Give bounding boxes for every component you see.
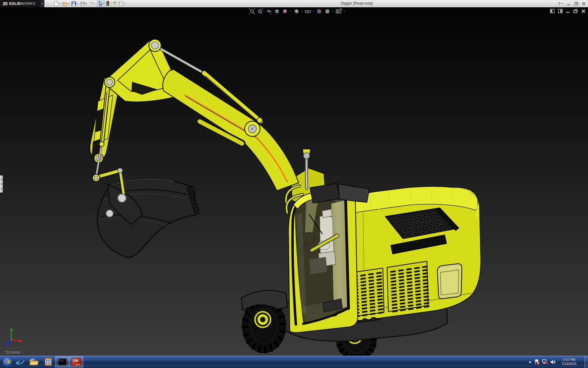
- dropdown-arrow-icon[interactable]: ▾: [332, 10, 334, 13]
- taskbar-internet-explorer[interactable]: e: [13, 356, 27, 368]
- apply-scene-button[interactable]: [323, 8, 331, 14]
- section-view-button[interactable]: [273, 8, 281, 14]
- printer-icon: [80, 1, 85, 6]
- collapse-arrow-icon: [1, 183, 2, 185]
- dropdown-arrow-icon[interactable]: ▾: [289, 10, 292, 13]
- close-button[interactable]: [582, 2, 586, 6]
- view-orientation-button[interactable]: [281, 8, 289, 14]
- dropdown-arrow-icon[interactable]: ▾: [562, 2, 563, 5]
- save-button[interactable]: ▾: [71, 1, 79, 7]
- dropdown-arrow-icon[interactable]: ▾: [312, 10, 315, 13]
- dropdown-arrow-icon[interactable]: ▾: [86, 2, 87, 5]
- options-checklist-icon: [118, 1, 123, 6]
- system-tray: 3:57 PM 7/13/2015: [528, 356, 580, 368]
- feature-tree-splitter-tab[interactable]: [0, 175, 3, 193]
- display-style-button[interactable]: [292, 8, 300, 14]
- solidworks-logo: 3S SOLIDWORKS: [0, 0, 40, 7]
- collapse-arrow-icon: [1, 178, 2, 180]
- collapse-arrow-icon: [1, 188, 2, 190]
- clock-date: 7/13/2015: [558, 362, 580, 366]
- new-document-button[interactable]: ▾: [53, 1, 61, 7]
- options-button[interactable]: ▾: [118, 1, 126, 7]
- solidworks-wordmark: SOLIDWORKS: [9, 2, 35, 6]
- collapse-pane-left-icon[interactable]: [550, 9, 555, 13]
- zoom-to-area-button[interactable]: [256, 8, 264, 14]
- dropdown-arrow-icon[interactable]: ▾: [343, 10, 346, 13]
- taskbar-solidworks-2015[interactable]: SW 2015: [69, 356, 83, 367]
- title-bar: 3S SOLIDWORKS ▸ ▾ ▾ ▾ ▾ ▾ ▾: [0, 0, 588, 7]
- view-settings-button[interactable]: [335, 8, 343, 14]
- undo-icon: [89, 1, 94, 6]
- graphics-viewport[interactable]: [0, 7, 588, 356]
- menu-flyout-arrow[interactable]: ▸: [40, 0, 44, 7]
- app-window-controls: ?▾: [558, 0, 586, 7]
- zoom-to-fit-button[interactable]: [248, 8, 256, 14]
- dropdown-arrow-icon[interactable]: ▾: [124, 2, 125, 5]
- minimize-document-button[interactable]: [566, 9, 570, 13]
- solidworks-2015-icon: SW 2015: [72, 358, 81, 366]
- file-properties-button[interactable]: [111, 1, 117, 7]
- action-center-icon[interactable]: [534, 359, 540, 365]
- edit-appearance-button[interactable]: [315, 8, 323, 14]
- start-button[interactable]: [2, 357, 13, 367]
- close-document-button[interactable]: [581, 9, 586, 13]
- show-desktop-button[interactable]: [584, 356, 588, 368]
- save-floppy-icon: [71, 1, 76, 6]
- show-hidden-icons-button[interactable]: [528, 360, 532, 363]
- svg-text:e: e: [17, 358, 20, 366]
- standard-toolbar: ▾ ▾ ▾ ▾ ▾ ▾ ▾: [53, 1, 126, 7]
- dropdown-arrow-icon[interactable]: ▾: [95, 2, 96, 5]
- folder-icon: [29, 358, 39, 366]
- internet-explorer-icon: e: [15, 358, 24, 366]
- open-document-button[interactable]: ▾: [62, 1, 70, 7]
- dropdown-arrow-icon[interactable]: ▾: [103, 2, 104, 5]
- volume-icon[interactable]: [550, 359, 556, 365]
- restore-document-button[interactable]: [573, 9, 578, 13]
- help-button[interactable]: ?▾: [558, 2, 563, 6]
- hide-show-items-button[interactable]: [304, 8, 312, 14]
- windows-flag-icon: [5, 359, 11, 365]
- clock-time: 3:57 PM: [558, 358, 580, 362]
- dropdown-arrow-icon[interactable]: ▾: [69, 2, 70, 5]
- rebuild-button[interactable]: [106, 1, 110, 7]
- reference-triad: [2, 326, 29, 350]
- dropdown-arrow-icon[interactable]: ▾: [59, 2, 61, 5]
- open-folder-icon: [62, 1, 68, 6]
- media-player-icon: [44, 358, 52, 366]
- dropdown-arrow-icon[interactable]: ▾: [77, 2, 78, 5]
- window-title: Digger [Read-only]: [341, 1, 373, 6]
- undo-button[interactable]: ▾: [88, 1, 96, 7]
- traffic-light-icon: [106, 1, 109, 6]
- heads-up-view-toolbar: ▾ ▾ ▾ ▾ ▾: [248, 8, 346, 14]
- 3ds-logo-glyph: 3S: [2, 1, 7, 6]
- windows-taskbar: e C:\_ SW 2015: [0, 356, 588, 368]
- taskbar-windows-explorer[interactable]: [27, 356, 41, 368]
- note-pencil-icon: [111, 1, 116, 6]
- taskbar-clock[interactable]: 3:57 PM 7/13/2015: [558, 358, 580, 366]
- taskbar-media-player[interactable]: [41, 356, 55, 368]
- new-document-icon: [54, 1, 59, 6]
- command-prompt-icon: C:\_: [58, 358, 66, 365]
- minimize-button[interactable]: [567, 2, 571, 6]
- document-window-controls: [550, 9, 586, 13]
- select-tool-button[interactable]: ▾: [97, 1, 105, 7]
- select-cursor-icon: [98, 1, 103, 6]
- previous-view-button[interactable]: [265, 8, 273, 14]
- view-orientation-label: *Dimetric: [5, 350, 21, 355]
- taskbar-command-prompt[interactable]: C:\_: [55, 356, 69, 367]
- network-status-icon[interactable]: [542, 359, 548, 365]
- restore-button[interactable]: [574, 2, 578, 6]
- collapse-pane-right-icon[interactable]: [558, 9, 563, 13]
- print-button[interactable]: ▾: [79, 1, 88, 7]
- dropdown-arrow-icon[interactable]: ▾: [301, 10, 303, 13]
